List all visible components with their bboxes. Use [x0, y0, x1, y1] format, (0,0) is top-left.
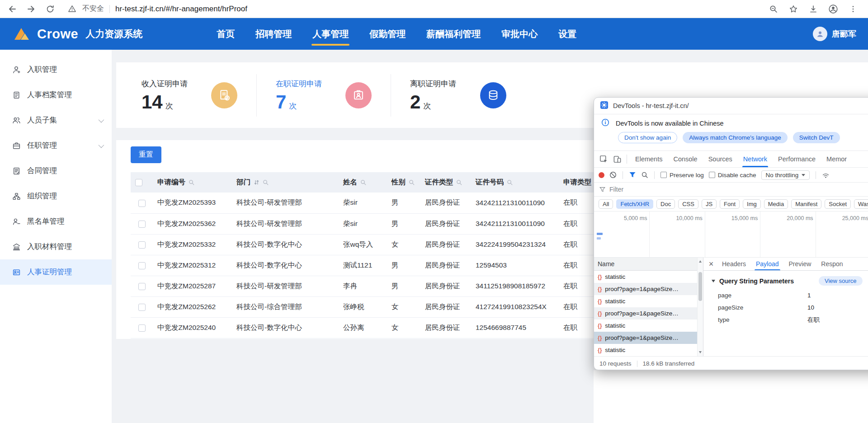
throttling-dropdown[interactable]: No throttling — [761, 170, 810, 180]
devtools-tab[interactable]: Console — [668, 151, 703, 167]
network-request-row[interactable]: {}statistic — [594, 344, 703, 356]
nav-item[interactable]: 招聘管理 — [249, 18, 298, 50]
disable-cache-checkbox[interactable] — [709, 172, 715, 178]
download-icon[interactable] — [808, 4, 818, 14]
disable-cache-toggle[interactable]: Disable cache — [709, 172, 756, 179]
request-type-chip[interactable]: Img — [743, 199, 761, 209]
nav-item[interactable]: 审批中心 — [495, 18, 544, 50]
preserve-log-toggle[interactable]: Preserve log — [660, 172, 704, 179]
match-language-button[interactable]: Always match Chrome's language — [683, 132, 788, 143]
view-source-button[interactable]: View source — [819, 276, 863, 286]
nav-item[interactable]: 假勤管理 — [363, 18, 412, 50]
request-type-chip[interactable]: All — [599, 199, 613, 209]
detail-tab[interactable]: Payload — [751, 258, 784, 270]
stat-card[interactable]: 收入证明申请14次 — [142, 74, 257, 117]
scroll-down-icon[interactable] — [699, 351, 702, 353]
request-type-chip[interactable]: Media — [764, 199, 788, 209]
preserve-log-checkbox[interactable] — [660, 172, 667, 178]
column-search-icon[interactable] — [506, 179, 513, 186]
request-type-chip[interactable]: Fetch/XHR — [616, 199, 653, 209]
device-toolbar-icon[interactable] — [610, 151, 624, 167]
network-request-row[interactable]: {}statistic — [594, 320, 703, 332]
detail-tab[interactable]: Preview — [784, 258, 816, 270]
nav-item[interactable]: 设置 — [552, 18, 583, 50]
network-conditions-icon[interactable] — [822, 171, 830, 179]
column-search-icon[interactable] — [360, 179, 366, 186]
select-all-checkbox[interactable] — [135, 179, 142, 186]
record-network-log-icon[interactable] — [599, 172, 604, 178]
network-request-row[interactable]: {}statistic — [594, 271, 703, 283]
devtools-tab[interactable]: Elements — [630, 151, 668, 167]
sort-icon[interactable] — [253, 179, 259, 186]
sidebar-item[interactable]: 人事证明管理 — [0, 259, 112, 285]
nav-item[interactable]: 首页 — [210, 18, 241, 50]
sidebar-item[interactable]: 入职材料管理 — [0, 234, 112, 259]
name-column-header[interactable]: Name — [594, 258, 703, 271]
request-type-chip[interactable]: Doc — [656, 199, 675, 209]
clear-network-log-icon[interactable] — [609, 171, 617, 179]
not-secure-warning-icon[interactable] — [67, 4, 77, 14]
sidebar-item[interactable]: 入职管理 — [0, 57, 112, 82]
devtools-tab[interactable]: Memor — [821, 151, 852, 167]
devtools-tab[interactable]: Sources — [703, 151, 738, 167]
row-checkbox[interactable] — [138, 304, 146, 311]
sidebar-item[interactable]: 人员子集 — [0, 108, 112, 133]
reset-button[interactable]: 重置 — [131, 146, 161, 163]
devtools-titlebar[interactable]: DevTools - hr-test.zjf-it.cn/ — [594, 98, 868, 114]
network-request-row[interactable]: {}statistic — [594, 295, 703, 307]
sidebar-item[interactable]: 黑名单管理 — [0, 209, 112, 234]
sidebar-item[interactable]: 人事档案管理 — [0, 82, 112, 108]
network-request-row[interactable]: {}proof?page=1&pageSize… — [594, 332, 703, 344]
scrollbar[interactable] — [697, 258, 703, 356]
row-checkbox[interactable] — [138, 262, 146, 269]
network-timeline-overview[interactable]: 5,000 ms10,000 ms15,000 ms20,000 ms25,00… — [594, 212, 868, 258]
detail-tab[interactable]: Respon — [816, 258, 848, 270]
forward-icon[interactable] — [26, 4, 36, 14]
devtools-tab[interactable]: Network — [738, 151, 773, 167]
address-bar[interactable]: 不安全 hr-test.zjf-it.cn/#/hr-anagement/hrP… — [67, 4, 769, 14]
query-string-section-header[interactable]: Query String Parameters View source — [703, 271, 868, 289]
network-request-row[interactable]: {}proof?page=1&pageSize… — [594, 283, 703, 295]
request-type-chip[interactable]: Wasm — [854, 199, 868, 209]
menu-dots-icon[interactable] — [848, 4, 858, 14]
network-request-row[interactable]: {}proof?page=1&pageSize… — [594, 307, 703, 320]
profile-icon[interactable] — [828, 4, 838, 14]
search-network-icon[interactable] — [641, 171, 648, 179]
request-type-chip[interactable]: Manifest — [791, 199, 821, 209]
devtools-tab[interactable]: Performance — [773, 151, 821, 167]
scrollbar-thumb[interactable] — [698, 272, 702, 301]
user-menu[interactable]: 唐郦军 — [813, 27, 856, 41]
stat-card[interactable]: 在职证明申请7次 — [276, 74, 391, 117]
back-icon[interactable] — [7, 4, 17, 14]
scroll-up-icon[interactable] — [699, 260, 702, 263]
request-type-chip[interactable]: Socket — [825, 199, 851, 209]
reload-icon[interactable] — [45, 4, 55, 14]
sidebar-item[interactable]: 任职管理 — [0, 133, 112, 158]
filter-funnel-icon[interactable] — [629, 171, 636, 179]
sidebar-item[interactable]: 合同管理 — [0, 158, 112, 183]
nav-item[interactable]: 薪酬福利管理 — [420, 18, 487, 50]
inspect-element-icon[interactable] — [597, 151, 610, 167]
row-checkbox[interactable] — [138, 221, 146, 228]
column-search-icon[interactable] — [456, 179, 462, 186]
request-type-chip[interactable]: Font — [720, 199, 740, 209]
request-type-chip[interactable]: CSS — [678, 199, 698, 209]
zoom-icon[interactable] — [769, 4, 778, 14]
row-checkbox[interactable] — [138, 324, 146, 332]
nav-item[interactable]: 人事管理 — [306, 18, 355, 50]
row-checkbox[interactable] — [138, 200, 146, 207]
request-type-chip[interactable]: JS — [702, 199, 717, 209]
switch-language-button[interactable]: Switch DevT — [793, 132, 840, 143]
sidebar-item[interactable]: 组织管理 — [0, 183, 112, 209]
row-checkbox[interactable] — [138, 241, 146, 249]
close-detail-icon[interactable]: × — [705, 258, 717, 270]
row-checkbox[interactable] — [138, 283, 146, 290]
detail-tab[interactable]: Headers — [717, 258, 751, 270]
column-search-icon[interactable] — [262, 179, 269, 186]
bookmark-star-icon[interactable] — [788, 4, 798, 14]
column-search-icon[interactable] — [408, 179, 415, 186]
column-search-icon[interactable] — [188, 179, 194, 186]
dont-show-again-button[interactable]: Don't show again — [618, 132, 677, 143]
stat-card[interactable]: 离职证明申请2次 — [410, 74, 525, 117]
network-filter-input[interactable]: Filter — [594, 183, 868, 197]
